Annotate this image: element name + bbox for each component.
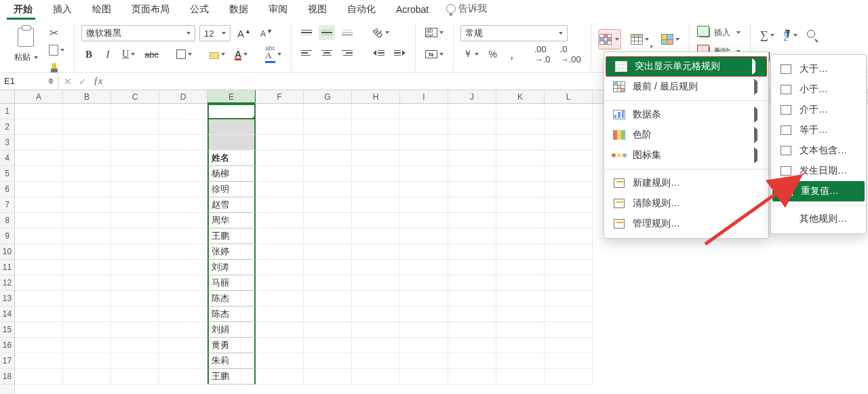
cell-H2[interactable] <box>352 119 400 135</box>
currency-button[interactable]: ￥ <box>460 47 481 62</box>
cell-B9[interactable] <box>63 229 111 244</box>
row-header-1[interactable]: 1 <box>0 104 14 119</box>
cell-B7[interactable] <box>63 197 111 213</box>
cell-F5[interactable] <box>256 166 304 182</box>
submenu-duplicate-values[interactable]: 重复值… <box>772 181 865 201</box>
submenu-more-rules[interactable]: 其他规则… <box>771 209 866 229</box>
column-header-H[interactable]: H <box>352 90 400 103</box>
cell-H16[interactable] <box>352 338 400 353</box>
cell-I10[interactable] <box>400 244 448 260</box>
row-header-8[interactable]: 8 <box>0 213 14 229</box>
menu-top-bottom-rules[interactable]: 最前 / 最后规则 <box>604 77 768 97</box>
cell-K12[interactable] <box>496 275 545 291</box>
namebox-spinner[interactable] <box>48 78 54 84</box>
cell-I14[interactable] <box>400 307 448 322</box>
conditional-formatting-button[interactable] <box>598 29 621 50</box>
cell-I18[interactable] <box>400 369 448 385</box>
wrap-text-button[interactable]: abc↵ <box>422 25 446 40</box>
cell-A18[interactable] <box>15 369 63 385</box>
underline-button[interactable]: U <box>119 47 138 62</box>
cell-D4[interactable] <box>159 151 208 166</box>
copy-button[interactable] <box>46 43 67 58</box>
cell-K6[interactable] <box>496 182 545 197</box>
cell-K15[interactable] <box>496 322 545 338</box>
cell-K18[interactable] <box>496 369 545 385</box>
cell-A14[interactable] <box>15 307 63 322</box>
number-format-combo[interactable]: 常规 <box>460 25 568 41</box>
row-header-14[interactable]: 14 <box>0 307 14 322</box>
submenu-greater-than[interactable]: 大于… <box>771 59 866 79</box>
column-header-A[interactable]: A <box>15 90 63 103</box>
submenu-equal-to[interactable]: 等于… <box>771 120 866 140</box>
cell-F18[interactable] <box>256 369 304 385</box>
cell-A16[interactable] <box>15 338 63 353</box>
cell-D5[interactable] <box>159 166 208 182</box>
tab-acrobat[interactable]: Acrobat <box>387 0 438 18</box>
cell-A4[interactable] <box>15 151 63 166</box>
row-header-5[interactable]: 5 <box>0 166 14 182</box>
cell-C13[interactable] <box>111 291 159 307</box>
cell-E4[interactable]: 姓名 <box>208 151 256 166</box>
cell-L14[interactable] <box>545 307 593 322</box>
row-header-6[interactable]: 6 <box>0 182 14 197</box>
cell-I13[interactable] <box>400 291 448 307</box>
menu-manage-rules[interactable]: 管理规则… <box>604 214 768 234</box>
cell-A17[interactable] <box>15 353 63 369</box>
cell-K14[interactable] <box>496 307 545 322</box>
tab-view[interactable]: 视图 <box>298 0 336 18</box>
cell-A3[interactable] <box>15 135 63 151</box>
cell-H10[interactable] <box>352 244 400 260</box>
align-center-button[interactable] <box>319 45 335 60</box>
font-size-combo[interactable]: 12 <box>199 25 231 41</box>
menu-clear-rules[interactable]: 清除规则… <box>604 193 768 214</box>
cell-K16[interactable] <box>496 338 545 353</box>
cell-C5[interactable] <box>111 166 159 182</box>
italic-button[interactable]: I <box>100 47 115 62</box>
cell-C12[interactable] <box>111 275 159 291</box>
cut-button[interactable]: ✂ <box>46 25 61 40</box>
submenu-less-than[interactable]: 小于… <box>771 79 866 100</box>
cell-F15[interactable] <box>256 322 304 338</box>
orientation-button[interactable]: ab <box>370 25 393 40</box>
cell-G10[interactable] <box>304 244 352 260</box>
cell-H9[interactable] <box>352 229 400 244</box>
cell-G16[interactable] <box>304 338 352 353</box>
cell-B4[interactable] <box>63 151 111 166</box>
cell-C6[interactable] <box>111 182 159 197</box>
cell-J9[interactable] <box>448 229 496 244</box>
cell-F13[interactable] <box>256 291 304 307</box>
cell-A15[interactable] <box>15 322 63 338</box>
row-header-10[interactable]: 10 <box>0 244 14 260</box>
cell-L8[interactable] <box>545 213 593 229</box>
menu-highlight-cells-rules[interactable]: 突出显示单元格规则 <box>606 56 767 77</box>
cell-C11[interactable] <box>111 260 159 275</box>
tab-formulas[interactable]: 公式 <box>180 0 218 18</box>
submenu-between[interactable]: 介于… <box>771 100 866 120</box>
cell-I15[interactable] <box>400 322 448 338</box>
cell-G4[interactable] <box>304 151 352 166</box>
cell-B5[interactable] <box>63 166 111 182</box>
cell-F17[interactable] <box>256 353 304 369</box>
cell-J18[interactable] <box>448 369 496 385</box>
cell-G13[interactable] <box>304 291 352 307</box>
cell-C7[interactable] <box>111 197 159 213</box>
column-header-L[interactable]: L <box>545 90 593 103</box>
cell-K7[interactable] <box>496 197 545 213</box>
align-top-button[interactable] <box>298 25 315 40</box>
fx-button[interactable]: ƒx <box>94 76 102 87</box>
cell-G14[interactable] <box>304 307 352 322</box>
cell-H4[interactable] <box>352 151 400 166</box>
cell-B18[interactable] <box>63 369 111 385</box>
cell-F8[interactable] <box>256 213 304 229</box>
cell-G11[interactable] <box>304 260 352 275</box>
align-right-button[interactable] <box>339 45 355 60</box>
cell-D16[interactable] <box>159 338 208 353</box>
cell-K13[interactable] <box>496 291 545 307</box>
format-as-table-button[interactable] <box>628 29 652 50</box>
row-header-9[interactable]: 9 <box>0 229 14 244</box>
phonetic-button[interactable]: abc A <box>262 47 284 62</box>
cell-K2[interactable] <box>496 119 545 135</box>
cell-C18[interactable] <box>111 369 159 385</box>
cell-C3[interactable] <box>111 135 159 151</box>
cell-G9[interactable] <box>304 229 352 244</box>
